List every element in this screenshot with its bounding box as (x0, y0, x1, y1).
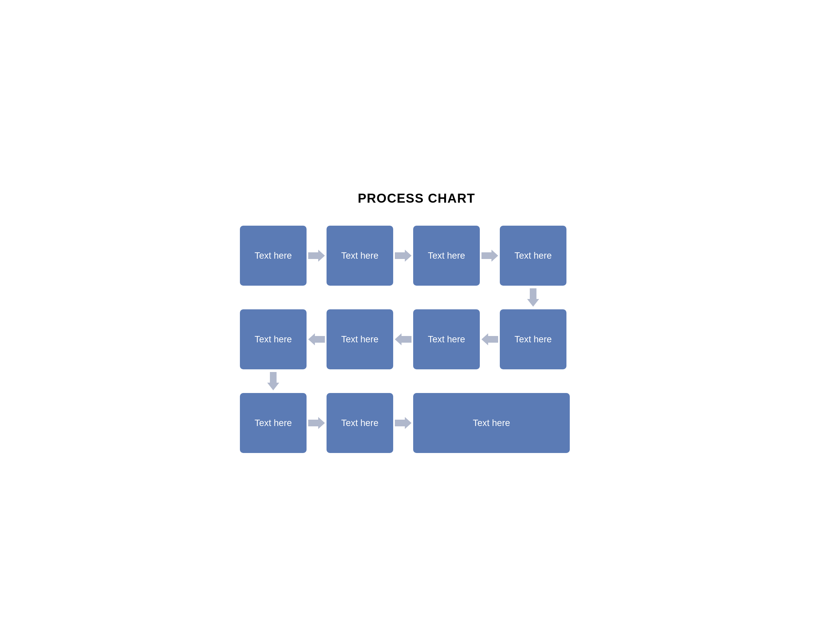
row-1: Text here Text here (233, 225, 600, 286)
svg-marker-5 (395, 333, 412, 345)
svg-marker-8 (308, 417, 325, 429)
chart-title: PROCESS CHART (233, 191, 600, 206)
svg-marker-3 (527, 288, 539, 307)
process-box-r1b3[interactable]: Text here (413, 225, 480, 286)
arrow-right-r1-3 (480, 250, 500, 262)
svg-marker-7 (267, 372, 279, 390)
svg-marker-1 (395, 250, 412, 262)
svg-marker-4 (308, 333, 325, 345)
process-box-r1b2[interactable]: Text here (326, 225, 393, 286)
arrow-left-r2-3 (480, 333, 500, 345)
chart-body: Text here Text here (233, 225, 600, 453)
svg-marker-2 (481, 250, 498, 262)
vertical-arrow-after-row1 (233, 288, 600, 307)
process-box-r3b3[interactable]: Text here (413, 393, 570, 453)
row-2: Text here Text here (233, 309, 600, 369)
svg-marker-9 (395, 417, 412, 429)
arrow-left-r2-1 (307, 333, 326, 345)
arrow-left-r2-2 (393, 333, 413, 345)
process-box-r1b4[interactable]: Text here (500, 225, 566, 286)
process-box-r1b1[interactable]: Text here (240, 225, 307, 286)
process-box-r3b2[interactable]: Text here (326, 393, 393, 453)
process-box-r2b4[interactable]: Text here (500, 309, 566, 369)
svg-marker-6 (481, 333, 498, 345)
row-3: Text here Text here Text here (233, 393, 600, 453)
arrow-right-r3-1 (307, 417, 326, 429)
svg-marker-0 (308, 250, 325, 262)
process-box-r2b1[interactable]: Text here (240, 309, 307, 369)
arrow-right-r1-2 (393, 250, 413, 262)
arrow-right-r1-1 (307, 250, 326, 262)
process-box-r2b3[interactable]: Text here (413, 309, 480, 369)
page-wrapper: PROCESS CHART Text here Text here (233, 191, 600, 453)
process-box-r2b2[interactable]: Text here (326, 309, 393, 369)
vertical-arrow-after-row2 (233, 372, 600, 390)
process-box-r3b1[interactable]: Text here (240, 393, 307, 453)
arrow-right-r3-2 (393, 417, 413, 429)
